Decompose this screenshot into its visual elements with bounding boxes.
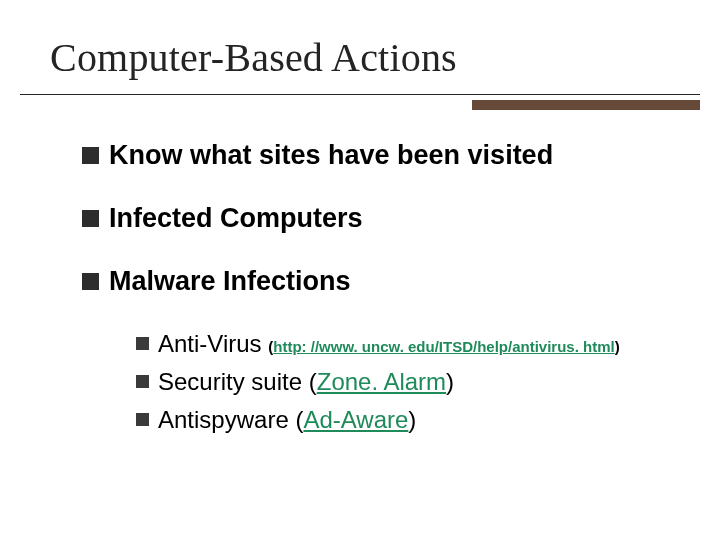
slide-title: Computer-Based Actions <box>50 34 457 81</box>
paren-close: ) <box>615 338 620 355</box>
bullet-text: Know what sites have been visited <box>109 140 553 171</box>
sub-bullet-item: Security suite (Zone. Alarm) <box>136 367 672 397</box>
square-bullet-icon <box>82 273 99 290</box>
sub-bullet-text: Security suite (Zone. Alarm) <box>158 367 454 397</box>
square-bullet-icon <box>136 337 149 350</box>
bullet-item: Malware Infections <box>82 266 672 297</box>
sub-bullet-text: Anti-Virus (http: //www. uncw. edu/ITSD/… <box>158 329 620 359</box>
sub-lead: Antispyware ( <box>158 406 303 433</box>
sub-bullet-item: Antispyware (Ad-Aware) <box>136 405 672 435</box>
square-bullet-icon <box>136 375 149 388</box>
sub-bullet-list: Anti-Virus (http: //www. uncw. edu/ITSD/… <box>136 329 672 435</box>
square-bullet-icon <box>136 413 149 426</box>
sub-lead: Security suite ( <box>158 368 317 395</box>
square-bullet-icon <box>82 147 99 164</box>
content-area: Know what sites have been visited Infect… <box>82 140 672 443</box>
paren-close: ) <box>408 406 416 433</box>
bullet-item: Know what sites have been visited <box>82 140 672 171</box>
sub-lead: Anti-Virus <box>158 330 268 357</box>
bullet-text: Infected Computers <box>109 203 363 234</box>
sub-bullet-text: Antispyware (Ad-Aware) <box>158 405 416 435</box>
zonealarm-link[interactable]: Zone. Alarm <box>317 368 446 395</box>
square-bullet-icon <box>82 210 99 227</box>
divider-thin <box>20 94 700 95</box>
paren-close: ) <box>446 368 454 395</box>
divider-thick <box>472 100 700 110</box>
bullet-item: Infected Computers <box>82 203 672 234</box>
adaware-link[interactable]: Ad-Aware <box>303 406 408 433</box>
bullet-text: Malware Infections <box>109 266 351 297</box>
slide: Computer-Based Actions Know what sites h… <box>0 0 720 540</box>
antivirus-link[interactable]: http: //www. uncw. edu/ITSD/help/antivir… <box>273 338 614 355</box>
sub-bullet-item: Anti-Virus (http: //www. uncw. edu/ITSD/… <box>136 329 672 359</box>
